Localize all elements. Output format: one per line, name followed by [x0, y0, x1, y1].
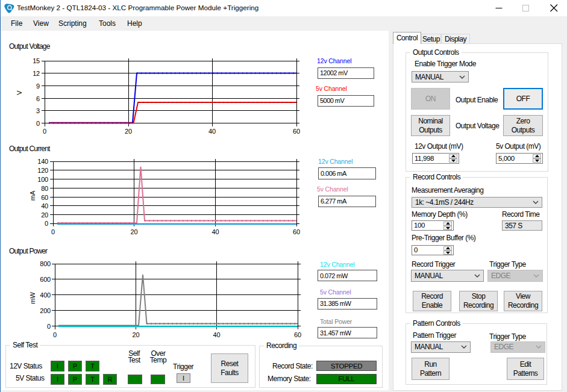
svg-text:80: 80 [41, 185, 48, 192]
svg-text:Output Power: Output Power [9, 247, 48, 255]
svg-text:120: 120 [37, 167, 48, 174]
svg-text:100: 100 [37, 176, 48, 183]
svg-text:3: 3 [36, 107, 40, 114]
svg-text:mW: mW [29, 292, 36, 304]
svg-text:140: 140 [37, 158, 48, 165]
svg-text:12: 12 [33, 70, 40, 77]
svg-text:20: 20 [125, 128, 132, 135]
svg-text:200: 200 [40, 307, 51, 314]
svg-text:0: 0 [43, 128, 46, 135]
svg-text:40: 40 [213, 331, 221, 338]
svg-text:40: 40 [208, 128, 216, 135]
svg-text:Output Voltage: Output Voltage [9, 42, 51, 51]
svg-text:20: 20 [41, 211, 48, 219]
svg-text:0: 0 [47, 323, 51, 330]
svg-text:Output Current: Output Current [9, 145, 51, 153]
svg-text:20: 20 [131, 228, 138, 235]
svg-text:15: 15 [33, 57, 40, 64]
svg-text:40: 40 [212, 228, 219, 235]
svg-text:40: 40 [41, 202, 48, 210]
svg-text:V: V [16, 90, 23, 95]
svg-text:9: 9 [36, 82, 40, 90]
svg-text:6: 6 [36, 95, 40, 102]
svg-text:20: 20 [133, 331, 140, 338]
svg-text:800: 800 [40, 260, 51, 267]
svg-text:600: 600 [40, 276, 51, 283]
svg-text:60: 60 [293, 128, 300, 135]
svg-text:60: 60 [294, 331, 301, 338]
svg-text:mA: mA [29, 190, 36, 201]
svg-text:0: 0 [45, 220, 48, 227]
svg-text:60: 60 [41, 194, 48, 201]
svg-text:400: 400 [40, 291, 51, 299]
svg-text:0: 0 [53, 331, 57, 338]
svg-text:60: 60 [293, 228, 300, 235]
svg-text:0: 0 [36, 120, 40, 127]
svg-text:0: 0 [51, 228, 55, 235]
